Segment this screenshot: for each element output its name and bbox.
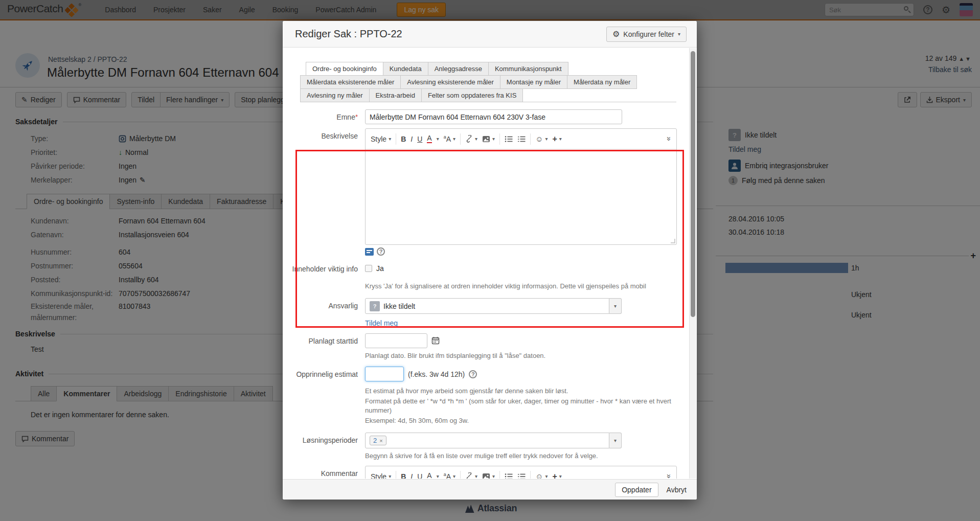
unassigned-avatar: ? [370,301,380,311]
image-icon [482,473,490,479]
insert-more-dropdown[interactable]: +▾ [552,134,561,144]
dialog-scrollbar[interactable] [689,48,696,479]
estimate-help-line1: Et estimat på hvor mye arbeid som gjenst… [365,387,676,396]
planned-start-input[interactable] [365,333,427,348]
dialog-header: Rediger Sak : PPTO-22 ⚙ Konfigurer felte… [283,21,697,48]
numbered-list-button[interactable] [517,473,526,479]
bullet-list-button[interactable] [505,473,513,479]
collapse-toolbar-icon[interactable]: » [665,474,673,478]
dialog-content: Ordre- og bookinginfo Kundedata Anleggsa… [283,48,697,479]
dialog-tab-malerdata-eksisterende[interactable]: Målerdata eksisterende måler [300,75,401,89]
bold-button[interactable]: B [401,135,406,143]
text-color-button[interactable]: A [427,472,431,479]
configure-fields-button[interactable]: ⚙ Konfigurer felter ▾ [606,27,687,42]
chevron-down-icon[interactable]: ▾ [437,136,439,142]
update-button[interactable]: Oppdater [615,483,658,497]
dialog-footer: Oppdater Avbryt [283,479,697,500]
italic-button[interactable]: I [411,135,413,143]
underline-button[interactable]: U [417,472,422,479]
editor-footer: ? [365,247,677,256]
dialog-tab-avlesning-ny-maler[interactable]: Avlesning ny måler [300,88,370,102]
dialog-tab-ordre-og-bookinginfo[interactable]: Ordre- og bookinginfo [306,62,383,76]
style-dropdown[interactable]: Style▾ [371,472,391,479]
format-clear-dropdown[interactable]: aA▾ [444,134,455,143]
image-dropdown[interactable]: ▾ [482,135,495,143]
chevron-down-icon: ▾ [614,303,617,309]
chevron-down-icon: ▾ [492,473,495,479]
assign-to-me-link[interactable]: Tildel meg [365,319,398,327]
resolution-periods-select[interactable]: 2 × ▾ [365,433,622,448]
dialog-tab-ekstra-arbeid[interactable]: Ekstra-arbeid [369,88,422,102]
select-dropdown-button[interactable]: ▾ [609,433,622,448]
checkbox-label: Ja [376,264,384,273]
description-row: Beskrivelse Style▾ B I U A ▾ aA▾ [291,128,676,256]
underline-button[interactable]: U [417,135,422,143]
resolution-periods-row: Løsningsperioder 2 × ▾ Begynn å skrive f… [291,433,676,461]
important-info-checkbox[interactable] [365,265,372,272]
image-dropdown[interactable]: ▾ [482,473,495,479]
italic-button[interactable]: I [411,472,413,479]
planned-start-help: Planlagt dato. Blir brukt ifm tidsplanle… [365,351,545,360]
emoji-dropdown[interactable]: ☺▾ [535,134,548,143]
cancel-link[interactable]: Avbryt [667,486,687,494]
required-asterisk: * [355,113,358,121]
bullet-list-button[interactable] [505,135,513,143]
dialog-tabs: Ordre- og bookinginfo Kundedata Anleggsa… [300,62,676,102]
emoji-dropdown[interactable]: ☺▾ [535,472,548,479]
chevron-down-icon: ▾ [475,473,477,479]
image-icon [482,135,490,143]
estimate-help-line3: Eksempel: 4d, 5h 30m, 60m og 3w. [365,416,676,425]
dialog-tab-avlesning-eksisterende[interactable]: Avlesning eksisterende måler [400,75,500,89]
text-mode-icon[interactable] [365,248,374,256]
chevron-down-icon: ▾ [678,31,680,37]
estimate-help-icon[interactable]: ? [469,370,477,378]
summary-input[interactable] [365,109,622,124]
text-color-button[interactable]: A [427,134,431,143]
chevron-down-icon: ▾ [453,473,455,479]
assignee-select[interactable]: ? Ikke tildelt ▾ [365,298,622,314]
dialog-tab-anleggsadresse[interactable]: Anleggsadresse [428,62,489,76]
dialog-tab-malerdata-ny-maler[interactable]: Målerdata ny måler [567,75,637,89]
description-editor: Style▾ B I U A ▾ aA▾ ▾ [365,128,677,245]
resize-handle-icon[interactable] [671,239,675,243]
chevron-down-icon: ▾ [559,136,562,142]
dialog-tab-felter-kis[interactable]: Felter som oppdateres fra KIS [421,88,523,102]
link-dropdown[interactable]: ▾ [465,135,477,143]
plus-icon: + [552,472,557,479]
chevron-down-icon: ▾ [545,473,548,479]
chevron-down-icon: ▾ [475,136,477,142]
link-icon [465,472,473,479]
bold-button[interactable]: B [401,472,406,479]
insert-more-dropdown[interactable]: +▾ [552,472,561,479]
editor-help-icon[interactable]: ? [377,247,385,256]
emoji-icon: ☺ [535,472,543,479]
period-tag: 2 × [370,436,386,445]
style-dropdown[interactable]: Style▾ [371,135,391,143]
select-dropdown-button[interactable]: ▾ [609,298,622,314]
dialog-tab-montasje-ny-maler[interactable]: Montasje ny måler [500,75,567,89]
summary-row: Emne* [291,109,676,124]
bullet-list-icon [505,473,513,479]
numbered-list-button[interactable] [517,135,526,143]
editor-toolbar: Style▾ B I U A ▾ aA▾ ▾ [366,129,676,149]
scrollbar-thumb[interactable] [691,51,695,317]
comment-editor: Style▾ B I U A ▾ aA▾ ▾ [365,466,677,479]
numbered-list-icon [517,473,526,479]
original-estimate-row: Opprinnelig estimat (f.eks. 3w 4d 12h) ?… [291,367,676,425]
link-dropdown[interactable]: ▾ [465,472,477,479]
format-clear-dropdown[interactable]: aA▾ [444,472,455,479]
description-textarea[interactable] [366,149,676,244]
chevron-down-icon: ▾ [614,438,617,443]
chevron-down-icon: ▾ [492,136,495,142]
remove-tag-icon[interactable]: × [379,438,382,444]
emoji-icon: ☺ [535,134,543,143]
bullet-list-icon [505,135,513,143]
original-estimate-input[interactable] [365,367,404,381]
estimate-hint: (f.eks. 3w 4d 12h) [408,370,465,378]
resolution-periods-help: Begynn å skrive for å få en liste over m… [365,451,622,461]
collapse-toolbar-icon[interactable]: » [665,137,673,141]
chevron-down-icon[interactable]: ▾ [437,473,439,479]
dialog-tab-kommunikasjonspunkt[interactable]: Kommunikasjonspunkt [488,62,568,76]
calendar-icon[interactable] [431,336,440,346]
dialog-tab-kundedata[interactable]: Kundedata [383,62,428,76]
